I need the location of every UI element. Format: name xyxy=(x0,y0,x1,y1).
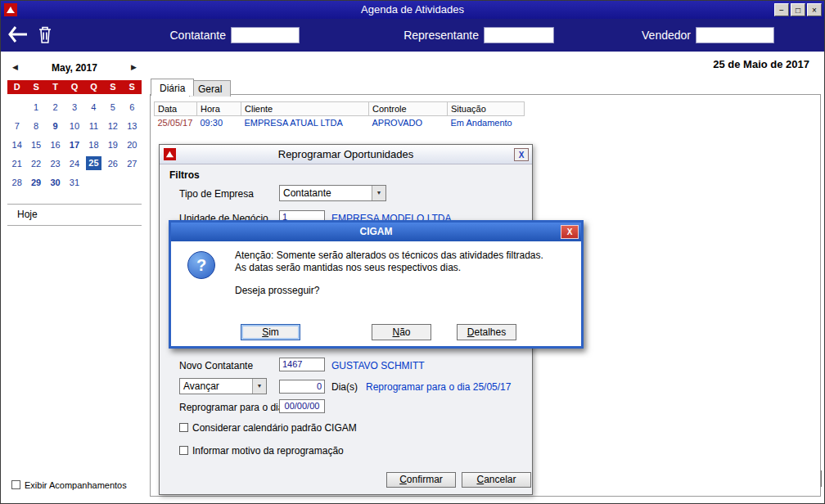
informar-motivo-label: Informar motivo da reprogramação xyxy=(192,445,344,457)
detalhes-button[interactable]: Detalhes xyxy=(457,324,516,340)
app-window: Agenda de Atividades − □ × Contatante Re… xyxy=(0,0,825,504)
cancelar-button[interactable]: Cancelar xyxy=(462,472,531,488)
messagebox-line2: As datas serão mantidas nos seus respect… xyxy=(235,262,461,273)
calendar-day[interactable]: 15 xyxy=(26,135,45,154)
cigam-messagebox: CIGAM X ? Atenção: Somente serão alterad… xyxy=(169,220,584,349)
exibir-acompanhamentos-label: Exibir Acompanhamentos xyxy=(25,480,127,490)
calendar-day-header: T xyxy=(46,80,65,94)
representante-toolbar-input[interactable] xyxy=(484,27,554,43)
calendar-grid: 1234567891011121314151617181920212223242… xyxy=(7,97,142,191)
dias-label: Dia(s) xyxy=(331,381,358,393)
calendar-day[interactable]: 31 xyxy=(65,173,83,191)
calendar-day-header: D xyxy=(7,80,26,94)
calendar-day[interactable]: 13 xyxy=(123,116,142,135)
messagebox-titlebar: CIGAM X xyxy=(171,223,581,241)
table-cell: 09:30 xyxy=(197,116,241,130)
calendar-day[interactable]: 24 xyxy=(65,154,83,173)
chevron-down-icon[interactable]: ▼ xyxy=(372,186,385,200)
vendedor-toolbar-label: Vendedor xyxy=(590,29,691,42)
representante-toolbar-label: Representante xyxy=(377,29,479,42)
calendar-day[interactable]: 29 xyxy=(26,173,45,191)
avancar-value: Avançar xyxy=(183,380,219,392)
calendar-day[interactable]: 10 xyxy=(65,116,83,135)
calendar-day-headers: DSTQQSS xyxy=(7,80,142,94)
calendar-day[interactable]: 5 xyxy=(103,97,122,116)
calendar-day[interactable]: 19 xyxy=(103,135,122,154)
calendar-month-label: May, 2017 xyxy=(7,62,142,74)
calendar-day[interactable]: 1 xyxy=(26,97,45,116)
informar-motivo-checkbox[interactable] xyxy=(179,446,188,455)
messagebox-title: CIGAM xyxy=(171,223,581,241)
calendar-day[interactable]: 21 xyxy=(7,154,26,173)
calendar-divider-top xyxy=(7,204,142,205)
table-row[interactable]: 25/05/1709:30EMPRESA ATUAL LTDAAPROVADOE… xyxy=(155,116,525,130)
calendar-day[interactable]: 8 xyxy=(26,116,45,135)
calendar-day[interactable]: 30 xyxy=(46,173,65,191)
calendar-day[interactable]: 16 xyxy=(46,135,65,154)
exibir-acompanhamentos-checkbox[interactable] xyxy=(11,480,20,489)
calendar-day[interactable]: 17 xyxy=(65,135,83,154)
calendar-day[interactable]: 26 xyxy=(103,154,122,173)
close-button[interactable]: × xyxy=(807,3,822,16)
calendar-day[interactable]: 4 xyxy=(84,97,103,116)
trash-icon[interactable] xyxy=(37,25,53,47)
messagebox-close-icon[interactable]: X xyxy=(561,225,579,239)
considerar-calendario-checkbox[interactable] xyxy=(179,423,188,432)
calendar-day[interactable]: 22 xyxy=(26,154,45,173)
calendar-day[interactable]: 7 xyxy=(7,116,26,135)
calendar-day[interactable]: 14 xyxy=(7,135,26,154)
vendedor-toolbar-input[interactable] xyxy=(696,27,774,43)
calendar-day-empty xyxy=(84,173,103,191)
activities-table-body: 25/05/1709:30EMPRESA ATUAL LTDAAPROVADOE… xyxy=(155,116,525,130)
calendar-day-empty xyxy=(123,173,142,191)
calendar-day[interactable]: 12 xyxy=(103,116,122,135)
column-header: Controle xyxy=(369,102,448,116)
back-arrow-icon[interactable] xyxy=(7,25,29,46)
novo-contatante-input[interactable]: 1467 xyxy=(279,358,325,371)
messagebox-line1: Atenção: Somente serão alterados os técn… xyxy=(235,250,543,261)
calendar-day[interactable]: 20 xyxy=(123,135,142,154)
sim-button[interactable]: Sim xyxy=(241,324,300,340)
chevron-down-icon[interactable]: ▼ xyxy=(252,379,266,394)
calendar-day-empty xyxy=(103,173,122,191)
calendar-day-empty xyxy=(7,97,26,116)
today-button[interactable]: Hoje xyxy=(17,209,38,220)
activities-header-row: DataHoraClienteControleSituação xyxy=(155,102,525,116)
calendar-day-header: S xyxy=(103,80,122,94)
dialog-title: Reprogramar Oportunidades xyxy=(160,145,532,164)
calendar-day[interactable]: 28 xyxy=(7,173,26,191)
calendar-next-icon[interactable]: ▶ xyxy=(131,63,137,71)
maximize-button[interactable]: □ xyxy=(791,3,805,16)
column-header: Data xyxy=(155,102,197,116)
calendar-day[interactable]: 2 xyxy=(46,97,65,116)
calendar-day[interactable]: 11 xyxy=(84,116,103,135)
tipo-empresa-select[interactable]: Contatante ▼ xyxy=(279,185,386,201)
dialog-close-icon[interactable]: X xyxy=(514,148,529,161)
current-date-header: 25 de Maio de 2017 xyxy=(713,58,809,70)
tab-diaria[interactable]: Diária xyxy=(151,79,194,96)
nao-button[interactable]: Não xyxy=(372,324,431,340)
window-controls: − □ × xyxy=(774,3,822,16)
table-cell: EMPRESA ATUAL LTDA xyxy=(241,116,369,130)
table-cell: Em Andamento xyxy=(448,116,525,130)
dias-input[interactable]: 0 xyxy=(279,380,325,394)
minimize-button[interactable]: − xyxy=(774,3,789,16)
calendar-day[interactable]: 18 xyxy=(84,135,103,154)
calendar-day[interactable]: 23 xyxy=(46,154,65,173)
question-icon: ? xyxy=(187,251,215,279)
confirmar-button[interactable]: Confirmar xyxy=(386,472,456,488)
contatante-toolbar-input[interactable] xyxy=(231,27,300,43)
calendar-divider-bottom xyxy=(7,225,142,226)
reprogramar-dia-input[interactable]: 00/00/00 xyxy=(279,399,325,413)
tipo-empresa-value: Contatante xyxy=(283,187,331,199)
avancar-select[interactable]: Avançar ▼ xyxy=(179,378,267,394)
calendar-day[interactable]: 9 xyxy=(46,116,65,135)
calendar-day[interactable]: 6 xyxy=(123,97,142,116)
calendar-day[interactable]: 25 xyxy=(84,154,103,173)
tipo-empresa-label: Tipo de Empresa xyxy=(179,188,254,200)
reprogramar-dia-label: Reprogramar para o dia xyxy=(179,402,283,413)
tab-geral[interactable]: Geral xyxy=(189,80,231,97)
novo-contatante-label: Novo Contatante xyxy=(179,360,253,371)
calendar-day[interactable]: 3 xyxy=(65,97,83,116)
calendar-day[interactable]: 27 xyxy=(123,154,142,173)
